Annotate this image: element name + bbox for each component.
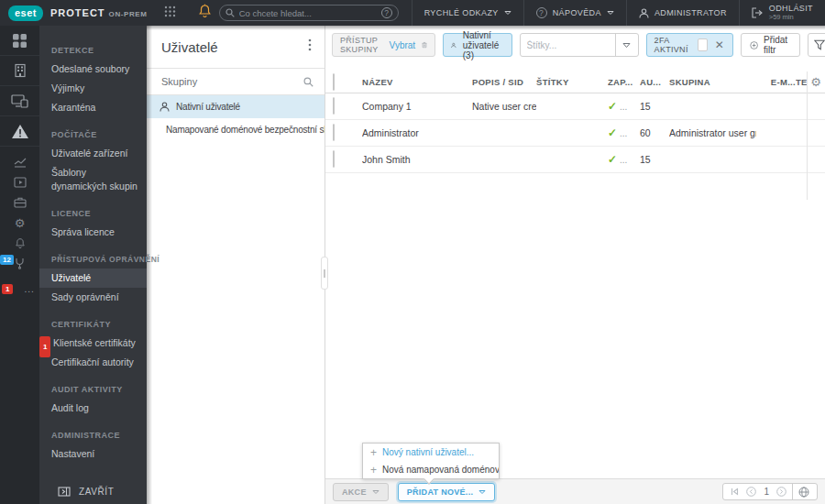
sidebar-item-odeslane-soubory[interactable]: Odeslané soubory [39, 60, 147, 79]
help-icon: ? [536, 7, 547, 18]
section-pristupova-opravneni: PŘÍSTUPOVÁ OPRÁVNĚNÍ [39, 242, 147, 268]
tags-dropdown-button[interactable] [615, 34, 638, 56]
enabled-check-icon: ✓ [608, 126, 617, 139]
tree-item-namapovane-skupiny[interactable]: Namapované doménové bezpečnostní skupiny [147, 118, 324, 141]
logout-icon [752, 7, 764, 18]
status-overview-icon[interactable]: 12 [0, 253, 39, 273]
table-row[interactable]: John Smith ✓... 15 [325, 147, 825, 173]
language-globe-icon[interactable] [795, 487, 813, 498]
sidebar-item-nastaveni[interactable]: Nastavení [39, 444, 147, 464]
logout-button[interactable]: ODHLÁSIT >59 min [739, 0, 825, 26]
sidebar-item-certifikacni-autority[interactable]: Certifikační autority [39, 353, 147, 372]
column-nazev[interactable]: NÁZEV [362, 77, 472, 87]
computers-icon[interactable] [0, 86, 39, 116]
trash-icon[interactable] [422, 39, 427, 50]
remove-filter-icon[interactable]: ✕ [714, 38, 725, 51]
table-settings-gear-icon[interactable]: ⚙ [810, 75, 821, 89]
more-dots-icon: ... [24, 284, 34, 294]
plus-icon: + [370, 464, 377, 477]
menu-item-novy-nativni-uzivatel[interactable]: + Nový nativní uživatel... [363, 444, 499, 461]
panel-resize-handle[interactable] [321, 257, 328, 290]
cell-au: 15 [640, 101, 669, 112]
table-row[interactable]: Administrator ✓... 60 Administrator user… [325, 120, 825, 147]
tags-filter-input[interactable] [521, 40, 615, 50]
cell-name: Administrator [362, 127, 472, 138]
access-group-label: PŘÍSTUP SKUPINY [340, 36, 383, 54]
column-popis-sid[interactable]: POPIS / SID [472, 77, 536, 87]
row-checkbox[interactable] [333, 97, 335, 115]
column-skupina[interactable]: SKUPINA [669, 77, 756, 87]
product-edition: ON-PREM [109, 10, 148, 18]
row-checkbox[interactable] [333, 124, 335, 141]
sidebar-item-sablony-dynamickych-skupin[interactable]: Šablony dynamických skupin [39, 163, 147, 196]
actions-button[interactable]: AKCE [333, 483, 389, 501]
eset-logo: eset [8, 5, 43, 21]
tree-item-label: Namapované doménové bezpečnostní skupiny [166, 125, 324, 135]
help-button[interactable]: ? NÁPOVĚDA [523, 0, 626, 26]
filter-funnel-icon[interactable] [814, 39, 825, 50]
tags-filter[interactable] [520, 33, 639, 57]
dashboard-icon[interactable] [0, 26, 39, 56]
chevron-down-icon [478, 489, 486, 495]
access-group-filter-chip[interactable]: PŘÍSTUP SKUPINY Vybrat [332, 33, 435, 57]
user-name-label: ADMINISTRATOR [654, 8, 727, 17]
policies-gear-icon[interactable]: ⚙ [0, 213, 39, 233]
collapse-sidebar-button[interactable]: ZAVŘÍT [39, 487, 147, 497]
previous-page-button[interactable] [742, 487, 760, 497]
section-administrace: ADMINISTRACE [39, 418, 147, 444]
select-all-checkbox[interactable] [333, 73, 335, 91]
sidebar-item-audit-log[interactable]: Audit log [39, 399, 147, 418]
collapse-label: ZAVŘÍT [79, 487, 114, 497]
chevron-down-icon [504, 10, 512, 16]
sidebar-item-vyjimky[interactable]: Výjimky [39, 79, 147, 98]
rail-more-button[interactable]: 1 ... ❯ [0, 277, 39, 301]
tasks-icon[interactable] [0, 172, 39, 192]
menu-item-label: Nový nativní uživatel... [382, 447, 474, 457]
sidebar-item-uzivatele[interactable]: Uživatelé [39, 268, 147, 288]
notifications-icon[interactable] [0, 233, 39, 253]
user-icon [639, 8, 649, 18]
installers-icon[interactable] [0, 192, 39, 213]
user-menu-button[interactable]: ADMINISTRATOR [626, 0, 739, 26]
first-page-button[interactable] [727, 488, 742, 496]
twofa-checkbox[interactable] [698, 38, 708, 51]
add-filter-label: Přidat filtr [764, 35, 791, 55]
sidebar-item-sprava-licence[interactable]: Správa licence [39, 223, 147, 242]
add-new-popup-menu: + Nový nativní uživatel... + Nová namapo… [362, 443, 500, 479]
cell-name: Company 1 [362, 101, 472, 112]
global-search[interactable]: ? [219, 5, 399, 21]
cell-enabled-more: ... [620, 155, 627, 165]
enabled-check-icon: ✓ [608, 100, 617, 113]
column-stitky[interactable]: ŠTÍTKY [536, 77, 608, 87]
company-icon[interactable] [0, 56, 39, 86]
sidebar-item-uzivatele-zarizeni[interactable]: Uživatelé zařízení [39, 144, 147, 163]
sidebar-item-karantena[interactable]: Karanténa [39, 98, 147, 117]
reports-icon[interactable] [0, 152, 39, 172]
add-filter-button[interactable]: Přidat filtr [741, 33, 800, 57]
actions-label: AKCE [342, 488, 367, 497]
quick-links-button[interactable]: RYCHLÉ ODKAZY [412, 0, 523, 26]
sidebar-item-sady-opravneni[interactable]: Sady oprávnění [39, 288, 147, 307]
panel-menu-icon[interactable] [304, 35, 315, 59]
global-search-input[interactable] [239, 8, 381, 18]
access-group-select-link[interactable]: Vybrat [390, 40, 416, 50]
column-zap[interactable]: ZAP... [608, 77, 640, 87]
twofa-filter-chip[interactable]: 2FA AKTIVNÍ ✕ [646, 33, 733, 57]
table-row[interactable]: Company 1 Native user cre... ✓... 15 [325, 93, 825, 120]
group-filter-chip[interactable]: Nativní uživatelé (3) [443, 33, 512, 57]
column-telefon[interactable]: TE [796, 77, 807, 87]
next-page-button[interactable] [773, 487, 790, 497]
column-au[interactable]: AU... [640, 77, 669, 87]
search-help-icon[interactable]: ? [381, 7, 392, 18]
add-new-button[interactable]: PŘIDAT NOVÉ... [398, 483, 496, 501]
plus-circle-icon [750, 39, 758, 51]
cell-au: 15 [640, 154, 669, 165]
detections-warning-icon[interactable] [0, 116, 39, 147]
groups-search[interactable]: Skupiny [147, 69, 324, 95]
row-checkbox[interactable] [333, 150, 335, 168]
tree-item-nativni-uzivatele[interactable]: Nativní uživatelé [147, 95, 324, 118]
column-email[interactable]: E-M... [756, 77, 796, 87]
sidebar-item-klientske-certifikaty[interactable]: 1 Klientské certifikáty [39, 334, 147, 353]
app-grid-icon[interactable] [164, 5, 176, 21]
notifications-bell-icon[interactable] [198, 4, 212, 22]
